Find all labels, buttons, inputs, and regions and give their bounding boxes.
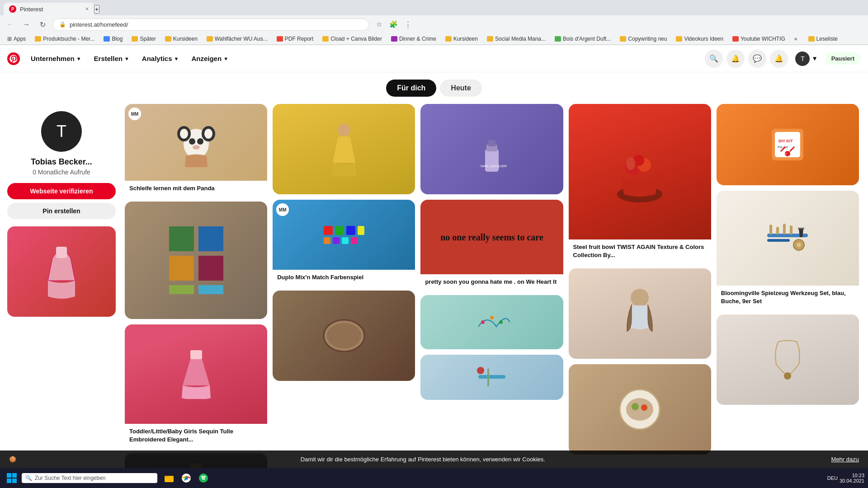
pin-caption: pretty soon you gonna hate me . on We He… [420,274,563,290]
svg-point-34 [490,316,494,319]
search-btn[interactable]: 🔍 [705,50,723,68]
windows-icon [6,473,17,483]
pin-duplo-mix[interactable]: MMDuplo Mix'n Match Farbenspiel [273,200,415,285]
bookmark-social[interactable]: Social Media Mana... [483,35,549,43]
svg-point-33 [481,320,485,324]
folder-icon [487,36,493,42]
svg-rect-1 [56,247,67,258]
chevron-down-icon: ▼ [76,56,81,61]
taskbar-file-explorer[interactable] [161,470,177,486]
svg-rect-60 [767,239,790,242]
spotify-icon [198,473,208,483]
pin-necklace[interactable] [717,314,859,405]
taskbar-time: 10:23 30.04.2021 [840,473,864,483]
nav-unternehmen[interactable]: Unternehmen ▼ [25,51,87,66]
svg-rect-24 [333,237,340,244]
bookmark-more[interactable]: » [791,35,801,43]
pin-tools-set[interactable]: Bloomingville Spielzeug Werkzeug Set, bl… [717,191,859,309]
refresh-btn[interactable]: ↻ [36,18,49,31]
bookmark-kursideen1[interactable]: Kursideen [161,35,201,43]
nav-erstellen[interactable]: Erstellen ▼ [89,51,135,66]
bookmark-wahlfacher[interactable]: Wahlfächer WU Aus... [203,35,271,43]
pin-we-heart-it[interactable]: no one really seems to carepretty soon y… [420,200,563,290]
bookmark-video[interactable]: Videokurs Ideen [672,35,727,43]
svg-rect-15 [198,285,223,294]
pin-toddler-dress[interactable]: Toddler/Little/Baby Girls Sequin Tulle E… [125,324,267,447]
nav-analytics[interactable]: Analytics ▼ [137,51,184,66]
taskbar-chrome[interactable] [178,470,194,486]
messages-btn[interactable]: 💬 [748,50,766,68]
create-pin-btn[interactable]: Pin erstellen [7,203,116,219]
bookmark-cload[interactable]: Cload + Canva Bilder [319,35,386,43]
svg-rect-12 [169,256,194,281]
bookmark-produktsuche[interactable]: Produktsuche - Mer... [31,35,98,43]
bookmark-kursideen2[interactable]: Kursideen [442,35,481,43]
main-content: T Tobias Becker... 0 Monatliche Aufrufe … [0,104,868,483]
new-tab-btn[interactable]: + [94,5,99,14]
taskbar-spotify[interactable] [195,470,212,486]
tab-heute[interactable]: Heute [440,80,481,97]
pin-fruit-bowl[interactable]: Steel fruit bowl TWIST AGAIN Texture & C… [569,104,711,263]
close-tab-btn[interactable]: × [85,6,89,12]
back-btn[interactable]: ← [4,18,16,31]
svg-rect-26 [351,237,358,244]
folder-icon [732,36,739,42]
cookie-link[interactable]: Mehr dazu [831,456,859,463]
pin-nail-polish[interactable]: NAIL LACQUER [420,104,563,194]
forward-btn[interactable]: → [20,18,33,31]
bookmark-youtube[interactable]: Youtube WICHTIG [729,35,789,43]
bookmark-dinner[interactable]: Dinner & Crime [387,35,440,43]
svg-rect-22 [358,226,364,235]
pin-column-4: Steel fruit bowl TWIST AGAIN Texture & C… [569,104,711,455]
pinterest-logo[interactable] [7,52,20,65]
svg-point-7 [189,138,195,145]
profile-btn[interactable]: T ▼ [792,50,821,68]
bookmark-later[interactable]: Später [128,35,159,43]
svg-rect-57 [776,227,779,235]
pin-panda-bow[interactable]: MMSchleife lernen mit dem Panda [125,104,267,196]
bookmark-leseliste[interactable]: Leseliste [805,35,841,43]
browser-tab-pinterest[interactable]: P Pinterest × [4,3,94,15]
pause-btn[interactable]: Pausiert [825,52,861,65]
bookmark-btn[interactable]: ☆ [373,18,385,31]
chevron-down-icon: ▼ [124,56,129,61]
pinterest-favicon: P [9,5,16,13]
pin-oval-dish[interactable] [273,291,415,381]
start-btn[interactable] [4,470,20,486]
avatar: T [795,52,810,66]
bookmark-pdf[interactable]: PDF Report [273,35,317,43]
extensions-btn[interactable]: 🧩 [387,18,400,31]
browser-tabs: P Pinterest × + [0,0,868,15]
taskbar-language: DEU [827,475,838,481]
nav-anzeigen[interactable]: Anzeigen ▼ [186,51,234,66]
notifications-btn[interactable]: 🔔 [726,50,745,68]
sidebar-preview-pin[interactable] [7,226,116,317]
pin-yellow-dress[interactable] [273,104,415,194]
user-avatar[interactable]: T [41,111,82,152]
tab-fur-dich[interactable]: Für dich [386,80,436,97]
pin-color-swatches[interactable] [125,202,267,319]
pin-diy-kit[interactable]: DIY KITPre-cut+ [717,104,859,185]
taskbar-search[interactable]: 🔍 Zur Suche Text hier eingeben [22,473,157,483]
address-bar[interactable]: 🔒 pinterest.at/homefeed/ [52,19,369,31]
sidebar: T Tobias Becker... 0 Monatliche Aufrufe … [7,104,116,483]
pin-plate-food[interactable] [569,364,711,455]
pin-woman-braids[interactable] [569,268,711,359]
bookmark-bois[interactable]: Bois d'Argent Duft... [551,35,614,43]
svg-rect-20 [335,226,344,235]
bookmark-copy[interactable]: Copywriting neu [616,35,670,43]
lock-icon: 🔒 [59,21,66,28]
menu-btn[interactable]: ⋮ [401,18,414,31]
svg-point-47 [632,403,639,410]
pin-craft-tools[interactable] [420,355,563,400]
svg-rect-19 [324,226,333,235]
verify-website-btn[interactable]: Webseite verifizieren [7,183,116,199]
updates-btn[interactable]: 🔔 [770,50,788,68]
bookmark-apps[interactable]: ⊞ Apps [4,35,29,43]
pin-drawing-practice[interactable] [420,295,563,349]
folder-icon [620,36,626,42]
svg-rect-11 [198,226,223,251]
cookie-icon: 🍪 [9,456,16,463]
bookmark-blog[interactable]: Blog [100,35,126,43]
svg-point-6 [204,129,212,139]
